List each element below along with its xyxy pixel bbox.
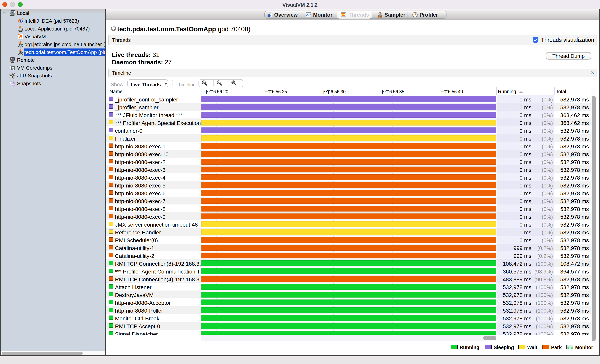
svg-text:B: B xyxy=(20,19,23,23)
